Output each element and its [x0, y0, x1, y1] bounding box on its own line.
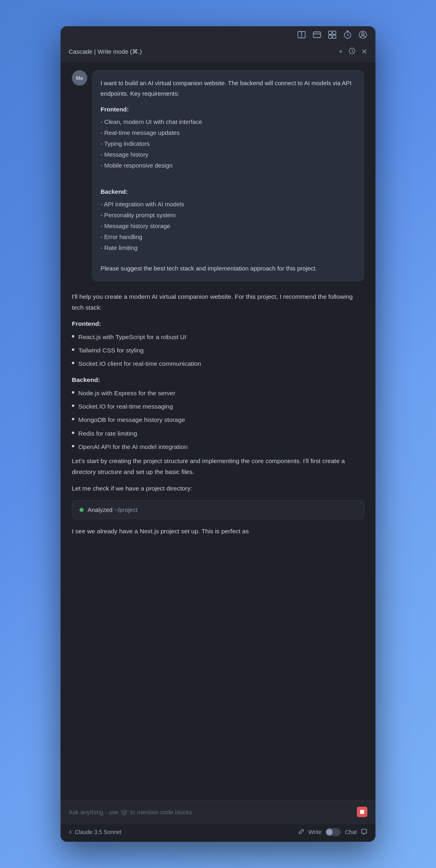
profile-icon[interactable] — [358, 30, 367, 41]
ai-backend-list: Node.js with Express for the server Sock… — [72, 388, 364, 452]
bullet-dot — [72, 391, 74, 394]
bullet-dot — [72, 348, 74, 351]
stop-icon — [360, 810, 364, 814]
frontend-item-4: - Message history — [101, 149, 356, 160]
input-row: Ask anything - use '@' to mention code b… — [69, 807, 367, 817]
ai-final-text: I see we already have a Next.js project … — [72, 526, 364, 537]
ai-check-text: Let me check if we have a project direct… — [72, 483, 364, 494]
frontend-item-1: - Clean, modern UI with chat interface — [101, 116, 356, 127]
bottom-right-controls: Write Chat — [298, 828, 367, 836]
bullet-dot — [72, 418, 74, 420]
model-info: ∧ Claude 3.5 Sonnet — [69, 829, 122, 835]
user-message-intro: I want to build an AI virtual companion … — [101, 78, 356, 99]
write-mode-label: Write — [308, 829, 321, 835]
svg-line-10 — [348, 35, 349, 36]
analysis-status: Analyzed ~/project — [88, 506, 138, 513]
ai-backend-item-4: Redis for rate limiting — [72, 428, 364, 439]
avatar: Me — [72, 70, 87, 86]
content-area: Me I want to build an AI virtual compani… — [61, 62, 375, 801]
toggle-knob — [326, 829, 333, 835]
ai-backend-item-3: MongoDB for message history storage — [72, 414, 364, 425]
analysis-block: Analyzed ~/project — [72, 500, 364, 519]
chat-icon[interactable] — [361, 828, 367, 836]
bottom-bar: ∧ Claude 3.5 Sonnet Write Chat — [61, 824, 375, 842]
bullet-dot — [72, 335, 74, 338]
user-message-closing: Please suggest the best tech stack and i… — [101, 263, 356, 274]
mode-toggle[interactable] — [325, 828, 341, 836]
status-dot — [80, 508, 84, 512]
ai-backend-item-5: OpenAI API for the AI model integration — [72, 441, 364, 452]
ai-backend-title: Backend: — [72, 376, 364, 384]
ai-response: I'll help you create a modern AI virtual… — [72, 291, 364, 549]
input-area: Ask anything - use '@' to mention code b… — [61, 801, 375, 824]
backend-item-4: - Error handling — [101, 231, 356, 242]
window-icon[interactable] — [312, 30, 321, 41]
frontend-item-3: - Typing indicators — [101, 138, 356, 149]
chat-mode-label: Chat — [345, 829, 357, 835]
ai-backend-item-1: Node.js with Express for the server — [72, 388, 364, 398]
model-name: Claude 3.5 Sonnet — [75, 829, 122, 835]
chevron-up-icon[interactable]: ∧ — [69, 829, 72, 835]
add-tab-button[interactable]: + — [338, 48, 343, 56]
frontend-item-5: - Mobile responsive design — [101, 160, 356, 171]
backend-item-3: - Message history storage — [101, 220, 356, 231]
grid-icon[interactable] — [328, 30, 337, 41]
bullet-dot — [72, 432, 74, 434]
user-message-wrapper: Me I want to build an AI virtual compani… — [72, 70, 364, 281]
frontend-item-2: - Real-time message updates — [101, 127, 356, 138]
split-view-icon[interactable] — [297, 30, 306, 41]
svg-point-13 — [362, 33, 364, 35]
ai-frontend-list: React.js with TypeScript for a robust UI… — [72, 331, 364, 369]
svg-rect-5 — [333, 31, 336, 34]
user-message-bubble: I want to build an AI virtual companion … — [92, 70, 364, 281]
bullet-dot — [72, 445, 74, 447]
input-placeholder[interactable]: Ask anything - use '@' to mention code b… — [69, 809, 192, 816]
bullet-dot — [72, 405, 74, 407]
ai-frontend-item-3: Socket.IO client for real-time communica… — [72, 358, 364, 369]
stop-button[interactable] — [357, 807, 367, 817]
backend-item-2: - Personality prompt system — [101, 210, 356, 220]
ai-frontend-item-1: React.js with TypeScript for a robust UI — [72, 331, 364, 342]
ai-frontend-item-2: Tailwind CSS for styling — [72, 345, 364, 356]
title-bar-controls: + ✕ — [338, 47, 367, 57]
app-window: Cascade | Write mode (⌘.) + ✕ Me I want … — [61, 26, 375, 842]
ai-frontend-title: Frontend: — [72, 320, 364, 327]
svg-rect-2 — [313, 32, 321, 38]
svg-rect-6 — [329, 35, 332, 38]
svg-rect-4 — [329, 31, 332, 34]
ai-continuation: Let's start by creating the project stru… — [72, 455, 364, 477]
frontend-header: Frontend: — [101, 104, 356, 115]
title-bar: Cascade | Write mode (⌘.) + ✕ — [61, 41, 375, 62]
analysis-path: ~/project — [114, 506, 138, 513]
history-button[interactable] — [348, 47, 356, 57]
backend-header: Backend: — [101, 187, 356, 197]
title-bar-left: Cascade | Write mode (⌘.) — [69, 48, 142, 55]
ai-intro: I'll help you create a modern AI virtual… — [72, 291, 364, 313]
window-title: Cascade | Write mode (⌘.) — [69, 48, 142, 55]
edit-icon[interactable] — [298, 828, 304, 836]
ai-backend-item-2: Socket.IO for real-time messaging — [72, 401, 364, 412]
bullet-dot — [72, 362, 74, 364]
backend-item-5: - Rate limiting — [101, 242, 356, 253]
close-button[interactable]: ✕ — [361, 47, 367, 56]
toolbar-icons — [61, 26, 375, 41]
backend-item-1: - API integration with AI models — [101, 199, 356, 210]
timer-icon[interactable] — [343, 30, 352, 41]
svg-rect-7 — [333, 35, 336, 38]
